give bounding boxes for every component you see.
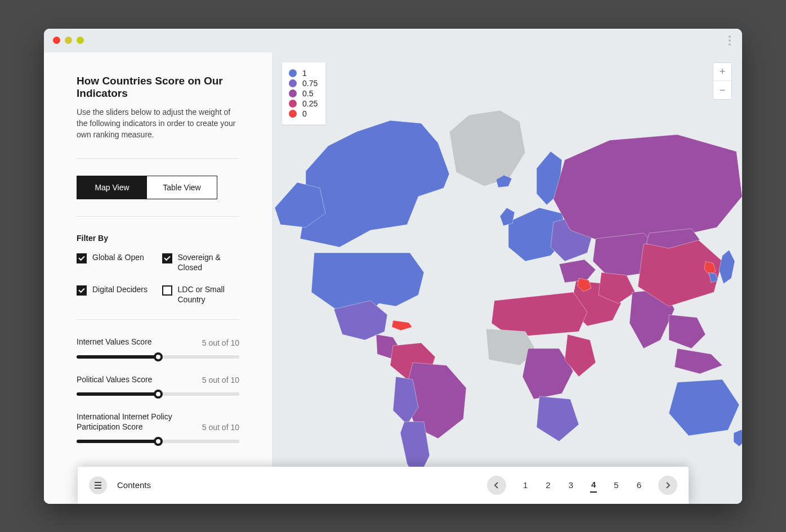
slider-value: 5 out of 10 <box>202 375 239 385</box>
bottom-bar: Contents 1 2 3 4 5 6 <box>78 467 689 504</box>
filter-ldc-small[interactable]: LDC or Small Country <box>162 285 240 305</box>
slider-political-values: Political Values Score 5 out of 10 <box>77 374 239 396</box>
slider-track[interactable] <box>77 392 239 396</box>
chevron-right-icon <box>665 482 671 489</box>
page-1[interactable]: 1 <box>522 478 529 492</box>
slider-thumb[interactable] <box>154 390 163 399</box>
slider-value: 5 out of 10 <box>202 338 239 347</box>
sidebar: How Countries Score on Our Indicators Us… <box>44 52 272 504</box>
divider <box>77 216 239 217</box>
page-6[interactable]: 6 <box>636 478 642 492</box>
page-4[interactable]: 4 <box>590 477 597 493</box>
page-2[interactable]: 2 <box>544 478 551 492</box>
region-uk[interactable] <box>500 208 515 226</box>
filter-global-open[interactable]: Global & Open <box>77 253 154 272</box>
minimize-window-button[interactable] <box>65 37 72 44</box>
slider-value: 5 out of 10 <box>202 423 239 432</box>
hamburger-icon <box>95 482 101 489</box>
region-japan[interactable] <box>719 250 735 284</box>
region-russia[interactable] <box>553 135 742 242</box>
page-5[interactable]: 5 <box>613 478 619 492</box>
region-canada[interactable] <box>300 120 449 247</box>
slider-track[interactable] <box>77 440 239 443</box>
more-options-button[interactable] <box>726 33 733 48</box>
checkbox-icon <box>77 253 87 263</box>
slider-thumb[interactable] <box>154 437 163 446</box>
slider-name: Political Values Score <box>77 374 152 385</box>
page-3[interactable]: 3 <box>568 478 574 492</box>
prev-page-button[interactable] <box>487 476 506 495</box>
slider-fill <box>77 355 158 359</box>
slider-intl-internet-policy: International Internet Policy Participat… <box>77 412 239 443</box>
filter-group: Global & Open Sovereign & Closed Digital… <box>77 253 239 305</box>
chevron-left-icon <box>494 482 499 489</box>
app-window: How Countries Score on Our Indicators Us… <box>44 29 742 504</box>
view-toggle: Map View Table View <box>77 176 217 199</box>
region-cuba[interactable] <box>392 320 412 330</box>
table-view-button[interactable]: Table View <box>147 176 217 199</box>
region-greenland[interactable] <box>449 110 525 186</box>
contents-menu-button[interactable] <box>89 476 107 494</box>
map-panel: 1 0.75 0.5 0.25 0 + − <box>272 52 742 504</box>
region-indonesia[interactable] <box>675 348 722 374</box>
slider-fill <box>77 440 158 443</box>
filter-digital-deciders[interactable]: Digital Deciders <box>77 285 154 305</box>
region-australia[interactable] <box>669 379 739 436</box>
region-new-zealand[interactable] <box>734 430 742 446</box>
checkbox-icon <box>77 285 87 296</box>
slider-internet-values: Internet Values Score 5 out of 10 <box>77 337 239 358</box>
world-map[interactable] <box>272 52 742 504</box>
app-body: How Countries Score on Our Indicators Us… <box>44 52 742 504</box>
divider <box>77 319 239 320</box>
slider-name: Internet Values Score <box>77 337 152 347</box>
maximize-window-button[interactable] <box>77 37 84 44</box>
slider-fill <box>77 392 158 396</box>
region-turkey[interactable] <box>559 260 596 283</box>
page-title: How Countries Score on Our Indicators <box>77 75 239 100</box>
pagination: 1 2 3 4 5 6 <box>487 476 677 495</box>
slider-track[interactable] <box>77 355 239 359</box>
window-controls <box>53 37 84 44</box>
divider <box>77 158 239 159</box>
filter-label-text: LDC or Small Country <box>178 285 240 305</box>
filter-by-label: Filter By <box>77 234 239 243</box>
next-page-button[interactable] <box>658 476 677 495</box>
filter-label-text: Global & Open <box>92 253 144 263</box>
checkbox-icon <box>162 285 172 296</box>
contents-label: Contents <box>117 480 151 490</box>
filter-sovereign-closed[interactable]: Sovereign & Closed <box>162 253 240 272</box>
region-se-asia[interactable] <box>669 315 705 348</box>
page-description: Use the sliders below to adjust the weig… <box>77 106 239 141</box>
slider-thumb[interactable] <box>154 352 163 361</box>
slider-name: International Internet Policy Participat… <box>77 412 178 432</box>
region-southern-africa[interactable] <box>537 396 579 441</box>
filter-label-text: Digital Deciders <box>92 285 148 295</box>
checkbox-icon <box>162 253 172 263</box>
map-view-button[interactable]: Map View <box>77 176 147 199</box>
window-titlebar <box>44 29 742 52</box>
close-window-button[interactable] <box>53 37 60 44</box>
filter-label-text: Sovereign & Closed <box>178 253 240 272</box>
